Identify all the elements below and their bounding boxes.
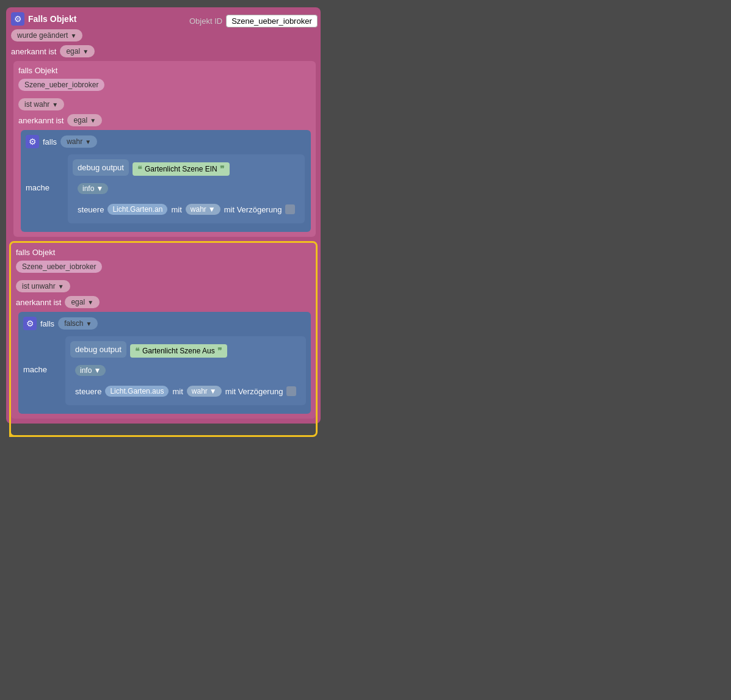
egal-dropdown-2[interactable]: egal ▼ xyxy=(65,296,100,308)
debug-inner-block-2: debug output ❝ Gartenlicht Szene Aus ❞ xyxy=(65,336,306,405)
falls-objekt-label-2: falls Objekt xyxy=(16,248,55,257)
falls-objekt-row-1: falls Objekt xyxy=(18,66,311,75)
steuere-label-2: steuere xyxy=(75,387,101,396)
steuere-label-1: steuere xyxy=(78,205,104,214)
mache-row-1: mache debug output ❝ Gartenlicht Szene E… xyxy=(26,152,306,223)
mache-row-2: mache debug output ❝ Gartenlicht Szene A… xyxy=(23,334,306,405)
object-name-row-1: Szene_ueber_iobroker xyxy=(18,79,311,95)
falls-objekt-row-2: falls Objekt xyxy=(16,248,311,257)
ist-unwahr-dropdown[interactable]: ist unwahr ▼ xyxy=(16,280,70,292)
egal-dropdown[interactable]: egal ▼ xyxy=(60,45,95,57)
mache-label-2: mache xyxy=(23,365,47,374)
dropdown-arrow: ▼ xyxy=(52,101,58,108)
wahr-value-dropdown-2[interactable]: wahr ▼ xyxy=(187,386,222,397)
ist-unwahr-row: ist unwahr ▼ xyxy=(16,280,311,292)
object-name-row-2: Szene_ueber_iobroker xyxy=(16,261,311,276)
dropdown-arrow: ▼ xyxy=(82,48,89,55)
info-dropdown-1[interactable]: info ▼ xyxy=(78,183,108,194)
steuere-row-2: steuere Licht.Garten.aus mit wahr ▼ mit … xyxy=(70,380,301,400)
anerkannt-label-1: anerkannt ist xyxy=(18,116,64,125)
mache-label-1: mache xyxy=(26,183,49,192)
object-name-pill-1: Szene_ueber_iobroker xyxy=(18,79,104,91)
licht-garten-an-pill: Licht.Garten.an xyxy=(107,204,167,215)
blue-falls-row-2: ⚙ falls falsch ▼ xyxy=(23,317,306,330)
yellow-left-bottom xyxy=(9,419,11,437)
dropdown-arrow: ▼ xyxy=(87,299,93,306)
blue-falls-block-2: ⚙ falls falsch ▼ mache xyxy=(18,312,311,414)
gear-icon: ⚙ xyxy=(11,12,24,26)
wahr-value-dropdown-1[interactable]: wahr ▼ xyxy=(186,204,220,215)
falls-objekt-label-1: falls Objekt xyxy=(18,66,57,75)
wurde-geaendert-dropdown[interactable]: wurde geändert ▼ xyxy=(11,29,82,41)
mit-label-2: mit xyxy=(172,387,183,396)
mit-label-1: mit xyxy=(171,205,181,214)
blue-falls-row-1: ⚙ falls wahr ▼ xyxy=(26,135,306,148)
dropdown-arrow: ▼ xyxy=(90,117,96,124)
dropdown-arrow: ▼ xyxy=(209,387,217,395)
info-row-2: info ▼ xyxy=(70,364,301,376)
close-quote-1: ❞ xyxy=(220,164,225,174)
open-quote-1: ❝ xyxy=(137,164,142,174)
dropdown-arrow: ▼ xyxy=(96,184,103,193)
debug-row-1: debug output ❝ Gartenlicht Szene EIN ❞ xyxy=(73,159,300,178)
close-quote-2: ❞ xyxy=(217,346,222,356)
dropdown-arrow: ▼ xyxy=(70,32,76,39)
yellow-block-wrapper: falls Objekt Szene_ueber_iobroker ist un… xyxy=(11,243,316,419)
info-row-1: info ▼ xyxy=(73,182,300,194)
object-name-pill-2: Szene_ueber_iobroker xyxy=(16,261,102,273)
objekt-id-container: Objekt ID Szene_ueber_iobroker xyxy=(189,15,318,27)
dropdown-arrow: ▼ xyxy=(208,205,216,214)
steuere-block-1: steuere Licht.Garten.an mit wahr ▼ mit V… xyxy=(73,200,300,218)
dropdown-arrow: ▼ xyxy=(93,366,101,375)
egal-dropdown-1[interactable]: egal ▼ xyxy=(67,114,102,126)
debug-text-1: ❝ Gartenlicht Szene EIN ❞ xyxy=(133,162,230,176)
debug-text-2: ❝ Gartenlicht Szene Aus ❞ xyxy=(130,344,227,358)
open-quote-2: ❝ xyxy=(135,346,140,356)
steuere-block-2: steuere Licht.Garten.aus mit wahr ▼ mit … xyxy=(70,382,301,400)
debug-block-2: debug output xyxy=(70,341,126,358)
verzoegerung-checkbox-2[interactable] xyxy=(286,386,296,396)
anerkannt-row-1: anerkannt ist egal ▼ xyxy=(18,114,311,126)
debug-block-1: debug output xyxy=(73,159,129,176)
inner-pink-block-1: falls Objekt Szene_ueber_iobroker ist wa… xyxy=(13,61,316,237)
anerkannt-label-2: anerkannt ist xyxy=(16,298,61,307)
ist-wahr-row: ist wahr ▼ xyxy=(18,98,311,110)
verzoegerung-checkbox-1[interactable] xyxy=(285,204,295,214)
falls-label-1: falls xyxy=(43,137,57,146)
anerkannt-row: anerkannt ist egal ▼ xyxy=(11,45,316,57)
objekt-id-value: Szene_ueber_iobroker xyxy=(226,15,318,27)
blue-falls-block-1: ⚙ falls wahr ▼ mache debug output xyxy=(21,130,311,232)
wahr-dropdown-1[interactable]: wahr ▼ xyxy=(60,135,97,148)
wurde-geaendert-row: wurde geändert ▼ xyxy=(11,29,316,41)
licht-garten-aus-pill: Licht.Garten.aus xyxy=(105,386,169,397)
blue-gear-icon-1: ⚙ xyxy=(26,135,39,148)
steuere-row-1: steuere Licht.Garten.an mit wahr ▼ mit V… xyxy=(73,198,300,218)
anerkannt-row-2: anerkannt ist egal ▼ xyxy=(16,296,311,308)
yellow-bottom xyxy=(9,435,235,437)
main-block-container: ⚙ Falls Objekt Objekt ID Szene_ueber_iob… xyxy=(6,7,321,424)
debug-inner-block-1: debug output ❝ Gartenlicht Szene EIN ❞ xyxy=(68,154,305,223)
dropdown-arrow: ▼ xyxy=(85,320,92,327)
mit-verzoegerung-label-2: mit Verzögerung xyxy=(225,387,283,396)
inner-pink-block-2: falls Objekt Szene_ueber_iobroker ist un… xyxy=(11,243,316,419)
debug-output-label-1: debug output xyxy=(78,163,124,172)
blue-gear-icon-2: ⚙ xyxy=(23,317,37,330)
falls-label-2: falls xyxy=(40,319,54,328)
outer-falls-block: ⚙ Falls Objekt Objekt ID Szene_ueber_iob… xyxy=(6,7,321,424)
debug-row-2: debug output ❝ Gartenlicht Szene Aus ❞ xyxy=(70,341,301,360)
outer-block-title: Falls Objekt xyxy=(28,14,76,24)
ist-wahr-dropdown[interactable]: ist wahr ▼ xyxy=(18,98,64,110)
info-dropdown-2[interactable]: info ▼ xyxy=(75,365,106,376)
mit-verzoegerung-label-1: mit Verzögerung xyxy=(224,205,282,214)
objekt-id-label: Objekt ID xyxy=(189,16,222,26)
dropdown-arrow: ▼ xyxy=(85,139,91,145)
dropdown-arrow: ▼ xyxy=(58,283,64,290)
falsch-dropdown-2[interactable]: falsch ▼ xyxy=(58,317,98,330)
anerkannt-label: anerkannt ist xyxy=(11,47,56,56)
debug-output-label-2: debug output xyxy=(75,345,122,354)
